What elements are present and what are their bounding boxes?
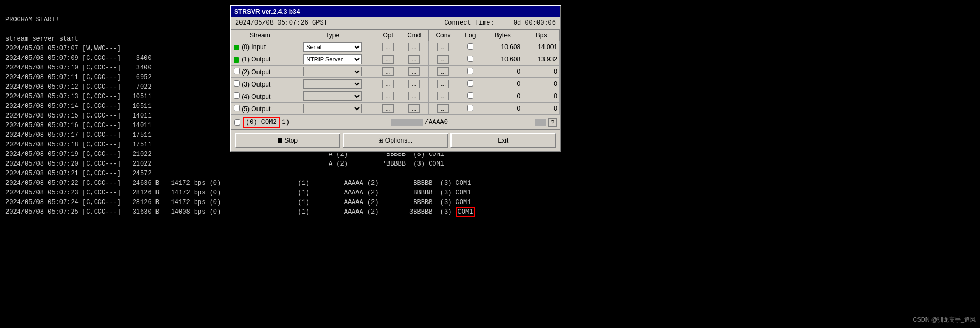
- stream-4-log[interactable]: [458, 90, 483, 103]
- stream-2-conv-btn[interactable]: ...: [437, 67, 449, 76]
- stream-1-conv[interactable]: ...: [428, 53, 458, 66]
- stream-5-cmd[interactable]: ...: [400, 103, 428, 115]
- stream-1-cmd[interactable]: ...: [400, 53, 428, 66]
- stream-3-label[interactable]: (3) Output: [231, 78, 289, 90]
- stream-0-opt-btn[interactable]: ...: [382, 43, 394, 51]
- stream-5-conv[interactable]: ...: [428, 103, 458, 115]
- stream-4-bytes: 0: [483, 90, 523, 103]
- stream-0-cmd-btn[interactable]: ...: [408, 43, 420, 51]
- stream-1-type-cell[interactable]: NTRIP Server: [289, 53, 376, 66]
- stream-0-type-select[interactable]: Serial: [303, 42, 362, 52]
- stream-1-conv-btn[interactable]: ...: [437, 55, 449, 64]
- stream-2-opt-btn[interactable]: ...: [382, 67, 394, 76]
- stream-0-type-cell[interactable]: Serial: [289, 41, 376, 53]
- stream-4-check[interactable]: [234, 92, 240, 99]
- stream-4-conv[interactable]: ...: [428, 90, 458, 103]
- table-header-row: Stream Type Opt Cmd Conv Log Bytes Bps: [231, 30, 560, 41]
- strsvr-dialog[interactable]: STRSVR ver.2.4.3 b34 2024/05/08 05:07:26…: [230, 5, 561, 152]
- stream-2-type-cell[interactable]: [289, 66, 376, 78]
- stream-4-opt[interactable]: ...: [376, 90, 400, 103]
- connect-time-info: Connect Time: 0d 00:00:06: [444, 19, 556, 27]
- stream-0-conv-btn[interactable]: ...: [437, 43, 449, 51]
- stream-3-type-cell[interactable]: [289, 78, 376, 90]
- col-bytes: Bytes: [483, 30, 523, 41]
- stream-0-log[interactable]: [458, 41, 483, 53]
- gray-bar-2: [535, 119, 546, 126]
- stream-1-log[interactable]: [458, 53, 483, 66]
- stream-0-conv[interactable]: ...: [428, 41, 458, 53]
- table-row: (5) Output ... ... ... 0 0: [231, 103, 560, 115]
- stream-5-check[interactable]: [234, 105, 240, 111]
- stream-2-log[interactable]: [458, 66, 483, 78]
- stream-4-bps: 0: [523, 90, 560, 103]
- stream-1-opt-btn[interactable]: ...: [382, 55, 394, 64]
- stream-4-opt-btn[interactable]: ...: [382, 92, 394, 100]
- stream-4-cmd[interactable]: ...: [400, 90, 428, 103]
- stream-3-bps: 0: [523, 78, 560, 90]
- stream-5-cmd-btn[interactable]: ...: [408, 104, 420, 113]
- stream-5-label[interactable]: (5) Output: [231, 103, 289, 115]
- question-btn[interactable]: ?: [548, 118, 557, 127]
- stream-1-type-select[interactable]: NTRIP Server: [303, 54, 362, 64]
- stream-2-type-select[interactable]: [303, 67, 362, 76]
- stream-0-cmd[interactable]: ...: [400, 41, 428, 53]
- stream-1-opt[interactable]: ...: [376, 53, 400, 66]
- stream-3-cmd[interactable]: ...: [400, 78, 428, 90]
- stream-1-bps: 13,932: [523, 53, 560, 66]
- stream-5-log[interactable]: [458, 103, 483, 115]
- stream-3-conv-btn[interactable]: ...: [437, 80, 449, 88]
- stream-4-cmd-btn[interactable]: ...: [408, 92, 420, 100]
- stream-1-log-check[interactable]: [467, 56, 473, 62]
- stream-3-cmd-btn[interactable]: ...: [408, 80, 420, 88]
- stream-0-log-check[interactable]: [467, 43, 473, 50]
- table-row: (3) Output ... ... ... 0 0: [231, 78, 560, 90]
- stream-2-cmd-btn[interactable]: ...: [408, 67, 420, 76]
- stream-4-label[interactable]: (4) Output: [231, 90, 289, 103]
- stream-3-log-check[interactable]: [467, 80, 473, 87]
- stream-4-log-check[interactable]: [467, 92, 473, 99]
- stream-5-conv-btn[interactable]: ...: [437, 104, 449, 113]
- stream-5-name: (5) Output: [242, 105, 270, 113]
- stream-5-opt[interactable]: ...: [376, 103, 400, 115]
- options-button[interactable]: ⊞ Options...: [343, 133, 448, 148]
- stream-3-log[interactable]: [458, 78, 483, 90]
- stream-5-type-cell[interactable]: [289, 103, 376, 115]
- stream-2-opt[interactable]: ...: [376, 66, 400, 78]
- stream-2-cmd[interactable]: ...: [400, 66, 428, 78]
- status-time: 2024/05/08 05:07:26 GPST: [235, 19, 328, 27]
- stream-2-name: (2) Output: [242, 68, 270, 76]
- stream-4-type-cell[interactable]: [289, 90, 376, 103]
- stream-3-check[interactable]: [234, 80, 240, 87]
- slash-text: /AAAA0: [425, 119, 531, 126]
- stream-3-type-select[interactable]: [303, 79, 362, 89]
- stream-5-type-select[interactable]: [303, 104, 362, 113]
- connect-time-value: 0d 00:00:06: [514, 19, 556, 27]
- status-checkbox[interactable]: [234, 119, 240, 126]
- com-port-highlight: (0) COM2: [243, 117, 280, 128]
- col-conv: Conv: [428, 30, 458, 41]
- stream-3-opt-btn[interactable]: ...: [382, 80, 394, 88]
- stream-5-bytes: 0: [483, 103, 523, 115]
- stream-4-conv-btn[interactable]: ...: [437, 92, 449, 100]
- stream-2-label[interactable]: (2) Output: [231, 66, 289, 78]
- stream-2-log-check[interactable]: [467, 68, 473, 74]
- stop-button[interactable]: Stop: [235, 133, 340, 148]
- gray-bar-1: [391, 119, 423, 126]
- stream-2-conv[interactable]: ...: [428, 66, 458, 78]
- stream-5-log-check[interactable]: [467, 105, 473, 111]
- stream-1-cmd-btn[interactable]: ...: [408, 55, 420, 64]
- stream-0-opt[interactable]: ...: [376, 41, 400, 53]
- stream-3-conv[interactable]: ...: [428, 78, 458, 90]
- stream-1-bytes: 10,608: [483, 53, 523, 66]
- dialog-status-bar: 2024/05/08 05:07:26 GPST Connect Time: 0…: [231, 17, 560, 29]
- table-row: (4) Output ... ... ... 0 0: [231, 90, 560, 103]
- stream-3-bytes: 0: [483, 78, 523, 90]
- stream-2-check[interactable]: [234, 68, 240, 74]
- stream-1-name: (1) Output: [242, 56, 270, 63]
- stream-4-name: (4) Output: [242, 93, 270, 100]
- exit-button[interactable]: Exit: [450, 133, 556, 148]
- stream-4-type-select[interactable]: [303, 91, 362, 101]
- stop-label: Stop: [284, 137, 298, 144]
- stream-5-opt-btn[interactable]: ...: [382, 104, 394, 113]
- stream-3-opt[interactable]: ...: [376, 78, 400, 90]
